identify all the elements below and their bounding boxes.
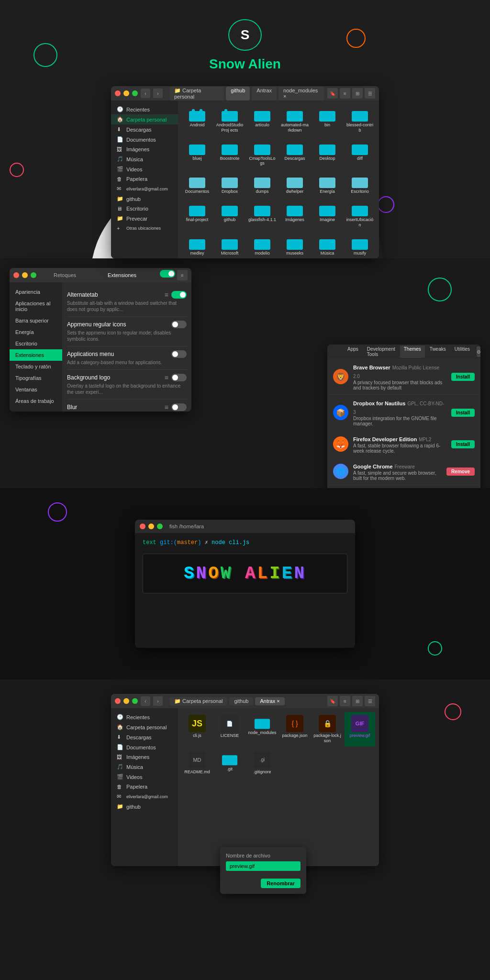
nav-ventanas[interactable]: Ventanas [10,384,62,395]
ext-toggle-4[interactable] [171,374,187,381]
sidebar-videos[interactable]: 🎬 Videos [111,164,178,174]
ext-toggle-1[interactable] [171,291,187,299]
sb2-carpeta[interactable]: 🏠 Carpeta personal [111,722,178,732]
sidebar-imagenes[interactable]: 🖼 Imágenes [111,145,178,154]
file-imagine[interactable]: Imagine [312,199,343,231]
fm2-nav-back[interactable]: ‹ [141,696,150,706]
file-package-lock[interactable]: 🔒 package-lock.json [312,712,343,746]
gs-settings-btn[interactable]: ⚙ [477,346,480,357]
list-view-btn[interactable]: ≡ [340,88,350,99]
file-androidstudio[interactable]: AndroidStudioProj ects [214,104,245,136]
file-final[interactable]: final-project [182,199,212,231]
file-node-modules[interactable]: node_modules [247,712,278,746]
file-automated[interactable]: automated-markdown [279,104,310,136]
sidebar-otras[interactable]: + Otras ubicaciones [111,223,178,233]
tweaks-menu-btn[interactable]: ≡ [177,270,188,280]
ext-toggle-5[interactable] [171,403,187,411]
nav-barra[interactable]: Barra superior [10,315,62,326]
nav-aplicaciones[interactable]: Aplicaciones al inicio [10,298,62,315]
sb2-email[interactable]: ✉ eliverlara@gmail.com [111,791,178,802]
file-dwhelper[interactable]: dwhelper [279,171,310,197]
sidebar-escritorio[interactable]: 🖥 Escritorio [111,204,178,213]
file-imagenes[interactable]: Imágenes [279,199,310,231]
file-blessed[interactable]: blessed-contrib [345,104,375,136]
sb2-imagenes[interactable]: 🖼 Imágenes [111,752,178,762]
rename-confirm-btn[interactable]: Renombrar [261,879,301,888]
tab-apps[interactable]: Apps [344,345,362,358]
bookmark-btn[interactable]: 🔖 [327,88,338,99]
ext-toggle-2[interactable] [171,321,187,328]
nav-extensiones[interactable]: Extensiones [10,349,62,361]
fm2-tab-github[interactable]: github [229,697,253,705]
ext-menu-1[interactable]: ≡ [165,291,168,299]
tweaks-master-toggle[interactable] [160,270,175,278]
dropbox-install-btn[interactable]: Install [451,409,475,417]
tab-carpeta[interactable]: 📁 Carpeta personal [169,87,224,100]
grid-view-btn[interactable]: ⊞ [352,88,363,99]
file-descargas[interactable]: Descargas [279,138,310,169]
tab-themes[interactable]: Themes [400,345,425,358]
tab-tweaks[interactable]: Tweaks [426,345,450,358]
nav-tipografias[interactable]: Tipografías [10,372,62,384]
tab-antrax[interactable]: Antrax [252,87,277,100]
tl-yellow-1[interactable] [123,90,129,96]
fm2-grid[interactable]: ⊞ [352,696,363,706]
sidebar-descargas[interactable]: ⬇ Descargas [111,124,178,134]
sidebar-papelera[interactable]: 🗑 Papelera [111,174,178,184]
tab-utilities[interactable]: Utilities [451,345,474,358]
file-escritorio[interactable]: Escritorio [345,171,375,197]
sb2-descargas[interactable]: ⬇ Descargas [111,732,178,742]
file-cmap[interactable]: CmapToolsLogs [247,138,278,169]
sidebar-documentos[interactable]: 📄 Documentos [111,134,178,145]
file-android[interactable]: Android [182,104,212,136]
fm2-tl-green[interactable] [132,698,138,704]
term-tl-red[interactable] [140,523,145,529]
tweaks-tl-green[interactable] [31,272,36,278]
file-github[interactable]: github [214,199,245,231]
nav-forward[interactable]: › [153,89,163,98]
fm2-tl-yellow[interactable] [123,698,129,704]
nav-back[interactable]: ‹ [141,89,150,98]
term-tl-green[interactable] [157,523,163,529]
file-package-json[interactable]: { } package.json [279,712,310,746]
file-boostnote[interactable]: Boostnote [214,138,245,169]
tweaks-tl-red[interactable] [13,272,19,278]
nav-energia[interactable]: Energía [10,326,62,338]
file-license[interactable]: 📄 LICENSE [214,712,245,746]
tl-red-1[interactable] [115,90,121,96]
sb2-musica[interactable]: 🎵 Música [111,762,178,772]
file-desktop[interactable]: Desktop [312,138,343,169]
nav-teclado[interactable]: Teclado y ratón [10,361,62,372]
sb2-recientes[interactable]: 🕐 Recientes [111,712,178,722]
fm2-nav-fwd[interactable]: › [153,696,163,706]
sidebar-email[interactable]: ✉ eliverlara@gmail.com [111,184,178,194]
fm2-list[interactable]: ≡ [340,696,350,706]
nav-apariencia[interactable]: Apariencia [10,286,62,298]
sb2-papelera[interactable]: 🗑 Papelera [111,782,178,791]
chrome-remove-btn[interactable]: Remove [446,468,475,476]
fm2-bookmark[interactable]: 🔖 [327,696,338,706]
sb2-documentos[interactable]: 📄 Documentos [111,742,178,752]
fm2-tab-antrax[interactable]: Antrax × [255,697,284,705]
sidebar-carpeta[interactable]: 🏠 Carpeta personal [111,114,178,124]
menu-btn[interactable]: ☰ [365,88,375,99]
tab-github[interactable]: github [226,87,250,100]
tweaks-tl-yellow[interactable] [22,272,28,278]
file-modelio[interactable]: modelio [247,233,278,258]
file-dropbox[interactable]: Dropbox [214,171,245,197]
sb2-videos[interactable]: 🎬 Videos [111,772,178,782]
term-tl-yellow[interactable] [148,523,154,529]
sidebar-github[interactable]: 📁 github [111,194,178,204]
sb2-github[interactable]: 📁 github [111,802,178,812]
firefox-install-btn[interactable]: Install [451,440,475,448]
file-musica[interactable]: Música [312,233,343,258]
file-clijs[interactable]: JS cli.js [182,712,212,746]
file-medley[interactable]: medley [182,233,212,258]
file-dumps[interactable]: dumps [247,171,278,197]
nav-areas[interactable]: Áreas de trabajo [10,395,62,407]
file-musify[interactable]: musify [345,233,375,258]
nav-escritorio[interactable]: Escritorio [10,338,62,349]
file-bluej[interactable]: bluej [182,138,212,169]
rename-input-field[interactable] [226,861,301,871]
file-preview-gif[interactable]: GIF preview.gif [345,712,375,746]
